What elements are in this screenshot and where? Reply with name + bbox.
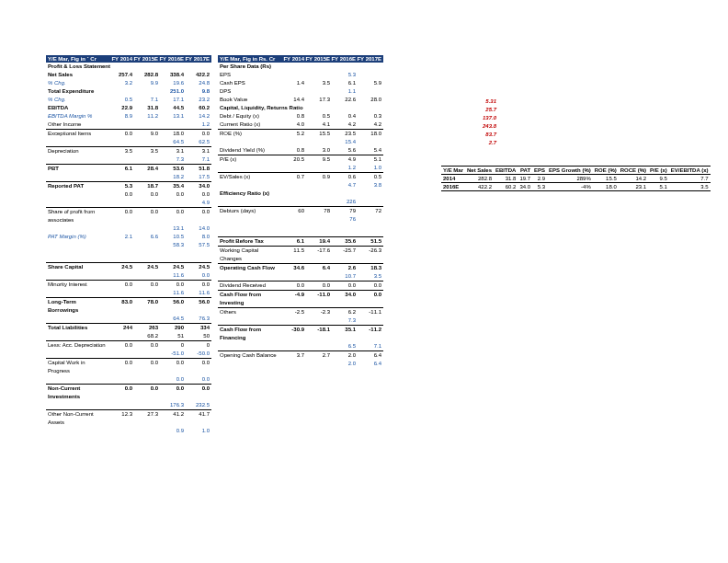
summary-head: EPS: [532, 167, 547, 175]
summary-head: Net Sales: [465, 167, 494, 175]
table-row: EPS5.3: [218, 71, 383, 79]
table-row: % Chg.0.57.117.123.2: [46, 96, 211, 104]
table-row: Working Capital Changes11.5-17.6-25.7-26…: [218, 246, 383, 263]
table-row: Debtors (days)60787972: [218, 206, 383, 215]
table-row: Opening Cash Balance3.72.72.06.4: [218, 350, 383, 360]
table-row: ROE (%)5.215.523.518.0: [218, 129, 383, 138]
table-row: EBITDA22.931.844.560.2: [46, 104, 211, 112]
red-value: 25.7: [441, 106, 496, 114]
table-row: 6.57.1: [218, 342, 383, 350]
table-row: 226: [218, 198, 383, 206]
summary-head: ROCE (%): [619, 167, 648, 175]
table-row: % Chg.3.29.919.624.8: [46, 79, 211, 87]
table-row: PAT Margin (%)2.16.610.58.0: [46, 233, 211, 241]
table-row: Exceptional Items0.09.018.00.0: [46, 129, 211, 138]
table-row: Efficiency Ratio (x): [218, 190, 383, 198]
table-row: -51.0-50.0: [46, 350, 211, 358]
summary-head: ROE (%): [593, 167, 619, 175]
table-row: 68.25150: [46, 332, 211, 340]
table-row: Profit & Loss Statement: [46, 63, 211, 71]
table-row: 0.00.0: [46, 375, 211, 384]
table-row: 176.3232.5: [46, 401, 211, 409]
red-value: 2.7: [441, 139, 496, 147]
summary-head: PAT: [518, 167, 532, 175]
table-row: Profit Before Tax6.119.435.651.5: [218, 236, 383, 246]
table-header: Y/E Mar, Fig in ` CrFY 2014FY 2015EFY 20…: [46, 55, 211, 63]
summary-head: EPS Growth (%): [547, 167, 593, 175]
table-row: Debt / Equity (x)0.80.50.40.3: [218, 112, 383, 121]
table-row: EV/Sales (x)0.70.90.60.5: [218, 172, 383, 181]
table-row: Total Expenditure251.09.8: [46, 87, 211, 96]
table-row: 76: [218, 215, 383, 224]
summary-row: 2014282.831.819.72.9289%15.514.29.57.7: [441, 175, 711, 183]
table-row: Other Non-Current Assets12.327.341.241.7: [46, 409, 211, 427]
table-row: PBT6.128.453.651.8: [46, 164, 211, 173]
table-row: Non-Current Investments0.00.00.00.0: [46, 384, 211, 401]
summary-row: 2016E422.260.234.05.3-4%18.023.15.13.5: [441, 183, 711, 191]
table-row: Others-2.5-2.36.2-11.1: [218, 307, 383, 316]
table-row: P/E (x)20.59.54.95.1: [218, 155, 383, 164]
table-row: 4.73.8: [218, 181, 383, 190]
table-row: 64.562.5: [46, 138, 211, 146]
summary-head: Y/E Mar: [441, 167, 465, 175]
summary-head: P/E (x): [648, 167, 669, 175]
table-row: Cash Flow from Financing-30.9-18.135.1-1…: [218, 325, 383, 342]
table-row: Dividend Received0.00.00.00.0: [218, 281, 383, 290]
table-row: 0.00.00.00.0: [46, 190, 211, 199]
table-row: 58.357.5: [46, 241, 211, 249]
table-row: Less: Acc. Depreciation0.00.000: [46, 340, 211, 350]
table-row: 18.217.5: [46, 173, 211, 181]
table-row: 7.3: [218, 316, 383, 325]
table-row: Dividend Yield (%)0.83.05.65.4: [218, 146, 383, 155]
table-row: Minority Interest0.00.00.00.0: [46, 280, 211, 289]
table-row: 7.37.1: [46, 155, 211, 164]
table-row: Depreciation3.53.53.13.1: [46, 146, 211, 155]
table-row: 64.576.3: [46, 315, 211, 323]
table-row: 11.60.0: [46, 271, 211, 280]
table-row: Net Sales257.4282.8338.4422.2: [46, 71, 211, 79]
table-row: 13.114.0: [46, 224, 211, 233]
summary-table: Y/E MarNet SalesEBITDAPATEPSEPS Growth (…: [441, 166, 711, 191]
table-row: 11.611.6: [46, 289, 211, 297]
red-value: 83.7: [441, 131, 496, 139]
table-row: Total Liabilities244263290334: [46, 323, 211, 332]
table-row: Operating Cash Flow34.66.42.618.3: [218, 263, 383, 272]
table-row: 15.4: [218, 138, 383, 146]
table-row: EBITDA Margin %8.911.213.114.2: [46, 112, 211, 121]
table-row: Cash Flow from Investing-4.9-11.034.00.0: [218, 290, 383, 307]
table-row: Other Income1.2: [46, 121, 211, 129]
table-row: Long-Term Borrowings83.078.056.056.0: [46, 297, 211, 315]
table-row: 2.06.4: [218, 360, 383, 368]
red-value: 243.8: [441, 122, 496, 131]
table-row: Current Ratio (x)4.04.14.24.2: [218, 121, 383, 129]
summary-head: EV/EBITDA (x): [669, 167, 711, 175]
table-row: 0.91.0: [46, 427, 211, 435]
table-row: 4.9: [46, 199, 211, 207]
table-row: DPS1.1: [218, 87, 383, 96]
table-row: Per Share Data (Rs): [218, 63, 383, 71]
table-row: Book Value14.417.322.628.0: [218, 96, 383, 104]
red-value: 137.0: [441, 114, 496, 122]
summary-head: EBITDA: [494, 167, 518, 175]
red-value: 5.31: [441, 98, 496, 106]
table-row: Capital, Liquidity, Returns Ratio: [218, 104, 383, 112]
table-row: Share Capital24.524.524.524.5: [46, 262, 211, 271]
table-row: Cash EPS1.43.56.15.9: [218, 79, 383, 87]
table-row: Share of profit from associates0.00.00.0…: [46, 207, 211, 224]
table-row: Capital Work in Progress0.00.00.00.0: [46, 358, 211, 375]
table-header: Y/E Mar, Fig in Rs. CrFY 2014FY 2015EFY …: [218, 55, 383, 63]
table-row: 10.73.5: [218, 272, 383, 281]
table-row: 1.21.0: [218, 164, 383, 172]
table-row: Reported PAT5.318.735.434.0: [46, 181, 211, 190]
